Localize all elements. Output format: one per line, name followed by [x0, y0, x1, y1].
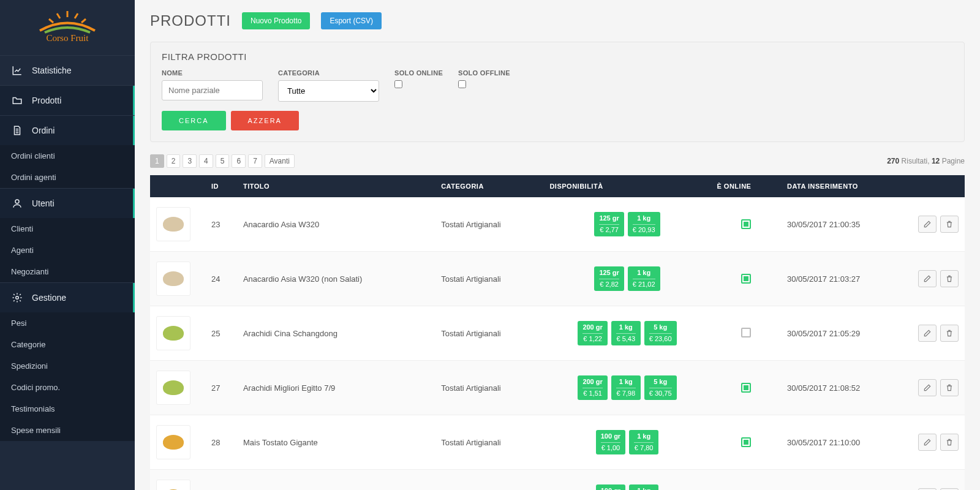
- sidebar-subitem[interactable]: Clienti: [0, 218, 135, 239]
- online-indicator: [741, 437, 751, 447]
- sidebar-subitem[interactable]: Ordini agenti: [0, 167, 135, 188]
- svg-point-6: [15, 200, 19, 203]
- sidebar-subitem[interactable]: Codici promo.: [0, 377, 135, 398]
- filter-panel: FILTRA PRODOTTI NOME CATEGORIA Tutte SOL…: [150, 42, 965, 142]
- cell-title: Mais Tostato Gigante: [237, 415, 435, 470]
- export-csv-button[interactable]: Esport (CSV): [321, 12, 382, 29]
- sidebar-item-label: Gestione: [32, 293, 66, 303]
- cell-id: 29: [205, 470, 237, 491]
- filter-offline-field: SOLO OFFLINE: [458, 69, 510, 90]
- delete-button[interactable]: [940, 325, 959, 342]
- edit-button[interactable]: [918, 434, 937, 451]
- cell-date: 30/05/2017 21:03:27: [781, 252, 910, 306]
- chart-icon: [11, 65, 23, 76]
- filter-name-input[interactable]: [162, 80, 263, 100]
- cell-category: Tostati Artigianali: [435, 252, 543, 306]
- col-title: TITOLO: [237, 175, 435, 197]
- edit-button[interactable]: [918, 379, 937, 396]
- sidebar-subitem[interactable]: Pesi: [0, 312, 135, 334]
- product-thumb: [156, 207, 190, 241]
- sidebar-subitem[interactable]: Agenti: [0, 239, 135, 261]
- page-link[interactable]: 5: [216, 154, 230, 168]
- page-link[interactable]: 1: [150, 154, 164, 168]
- sidebar-subitem[interactable]: Negozianti: [0, 261, 135, 282]
- products-table: ID TITOLO CATEGORIA DISPONIBILITÀ È ONLI…: [150, 175, 965, 490]
- cell-category: Tostati Artigianali: [435, 306, 543, 361]
- page-next[interactable]: Avanti: [265, 154, 295, 168]
- results-info: 270 Risultati, 12 Pagine: [887, 157, 965, 165]
- page-title: PRODOTTI: [150, 12, 231, 29]
- online-indicator: [741, 274, 751, 284]
- cell-date: 30/05/2017 21:11:21: [781, 470, 910, 491]
- svg-line-4: [81, 19, 86, 23]
- page-link[interactable]: 6: [232, 154, 246, 168]
- sidebar-subitem[interactable]: Categorie: [0, 334, 135, 355]
- sidebar-item-utenti[interactable]: Utenti: [0, 188, 135, 218]
- filter-offline-checkbox[interactable]: [458, 80, 466, 88]
- cell-date: 30/05/2017 21:10:00: [781, 415, 910, 470]
- cell-id: 23: [205, 197, 237, 252]
- new-product-button[interactable]: Nuovo Prodotto: [242, 12, 310, 29]
- page-link[interactable]: 7: [248, 154, 262, 168]
- sidebar-item-gestione[interactable]: Gestione: [0, 282, 135, 312]
- sidebar-item-label: Ordini: [32, 126, 55, 135]
- user-icon: [11, 198, 23, 209]
- delete-button[interactable]: [940, 434, 959, 451]
- folder-icon: [11, 95, 23, 106]
- cell-category: Tostati Artigianali: [435, 415, 543, 470]
- edit-button[interactable]: [918, 216, 937, 233]
- svg-point-7: [16, 296, 19, 300]
- online-indicator: [741, 383, 751, 393]
- page-header: PRODOTTI Nuovo Prodotto Esport (CSV): [150, 12, 965, 29]
- product-thumb: [156, 262, 190, 296]
- sidebar-subitem[interactable]: Spedizioni: [0, 355, 135, 377]
- cell-title: Anacardio Asia W320: [237, 197, 435, 252]
- page-link[interactable]: 2: [167, 154, 181, 168]
- edit-button[interactable]: [918, 325, 937, 342]
- search-button[interactable]: CERCA: [162, 111, 226, 130]
- filter-category-select[interactable]: Tutte: [278, 80, 379, 102]
- cell-category: Tostati Artigianali: [435, 197, 543, 252]
- availability-pill: 200 gr€ 1,51: [578, 375, 607, 401]
- availability-pill: 5 kg€ 30,75: [644, 375, 677, 401]
- page-link[interactable]: 3: [183, 154, 197, 168]
- online-indicator: [741, 328, 751, 337]
- sidebar: Corso Fruit StatisticheProdottiOrdiniOrd…: [0, 0, 135, 490]
- cell-id: 28: [205, 415, 237, 470]
- product-thumb: [156, 425, 190, 459]
- sidebar-item-statistiche[interactable]: Statistiche: [0, 55, 135, 85]
- cell-category: Tostati Artigianali: [435, 361, 543, 415]
- filter-offline-label: SOLO OFFLINE: [458, 69, 510, 77]
- filter-online-checkbox[interactable]: [394, 80, 402, 88]
- availability-pill: 100 gr€ 0,64: [596, 484, 625, 490]
- sidebar-item-prodotti[interactable]: Prodotti: [0, 85, 135, 115]
- availability-pill: 125 gr€ 2,82: [594, 266, 624, 292]
- edit-button[interactable]: [918, 270, 937, 287]
- page-link[interactable]: 4: [199, 154, 213, 168]
- availability-pill: 1 kg€ 20,93: [628, 212, 660, 237]
- sidebar-item-ordini[interactable]: Ordini: [0, 115, 135, 145]
- availability-pill: 1 kg€ 7,80: [629, 430, 658, 455]
- availability-pill: 1 kg€ 4,29: [629, 484, 658, 490]
- delete-button[interactable]: [940, 379, 959, 396]
- cell-date: 30/05/2017 21:00:35: [781, 197, 910, 252]
- sidebar-subitem[interactable]: Ordini clienti: [0, 145, 135, 167]
- cell-id: 25: [205, 306, 237, 361]
- sidebar-subitem[interactable]: Testimonials: [0, 398, 135, 420]
- table-row: 28Mais Tostato GiganteTostati Artigianal…: [150, 415, 965, 470]
- sun-logo-icon: Corso Fruit: [28, 9, 107, 43]
- svg-line-2: [75, 13, 78, 18]
- availability-pill: 1 kg€ 21,02: [628, 266, 660, 292]
- availability-pill: 100 gr€ 1,00: [596, 430, 625, 455]
- delete-button[interactable]: [940, 216, 959, 233]
- delete-button[interactable]: [940, 270, 959, 287]
- table-row: 23Anacardio Asia W320Tostati Artigianali…: [150, 197, 965, 252]
- sidebar-subitem[interactable]: Spese mensili: [0, 420, 135, 441]
- availability-pill: 1 kg€ 5,43: [611, 321, 641, 346]
- cell-title: Arachidi Migliori Egitto 7/9: [237, 361, 435, 415]
- cell-id: 24: [205, 252, 237, 306]
- table-row: 24Anacardio Asia W320 (non Salati)Tostat…: [150, 252, 965, 306]
- reset-button[interactable]: AZZERA: [231, 111, 299, 130]
- table-row: 27Arachidi Migliori Egitto 7/9Tostati Ar…: [150, 361, 965, 415]
- availability-pill: 5 kg€ 23,60: [644, 321, 677, 346]
